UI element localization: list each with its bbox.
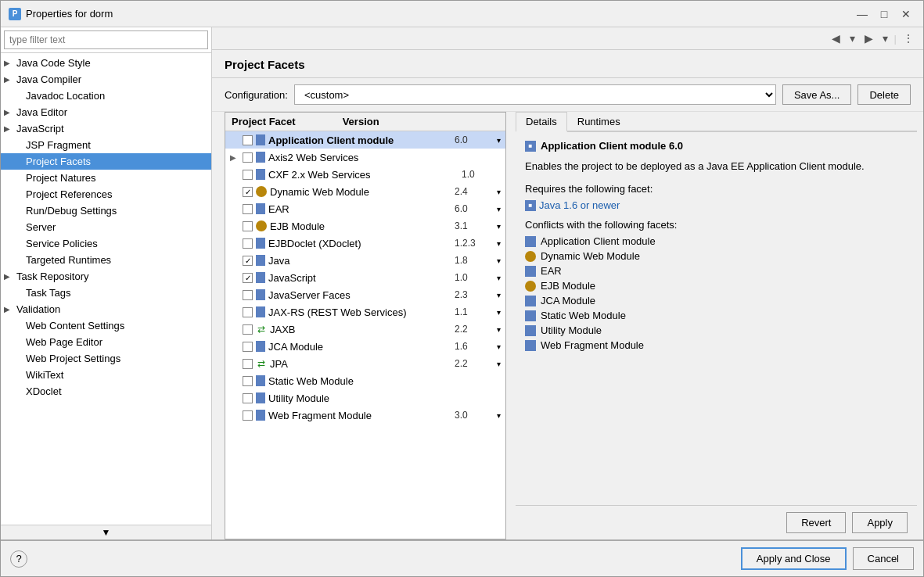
details-tab-details[interactable]: Details [516, 112, 567, 132]
sidebar-item-wikitext[interactable]: WikiText [1, 367, 211, 383]
sidebar-item-xdoclet[interactable]: XDoclet [1, 383, 211, 400]
cancel-button[interactable]: Cancel [853, 547, 914, 570]
config-select[interactable]: <custom> [294, 84, 776, 105]
facet-checkbox[interactable] [243, 135, 253, 145]
facet-checkbox[interactable] [243, 170, 253, 180]
facet-version-dropdown-icon[interactable]: ▾ [497, 136, 501, 145]
facet-version-dropdown-icon[interactable]: ▾ [497, 222, 501, 231]
facet-row[interactable]: EJB Module3.1▾ [225, 217, 505, 235]
facet-row[interactable]: Static Web Module [225, 372, 505, 389]
config-label: Configuration: [225, 89, 288, 101]
facet-checkbox[interactable] [243, 376, 253, 386]
facet-checkbox[interactable] [243, 204, 253, 214]
facet-checkbox[interactable]: ✓ [243, 256, 253, 266]
facet-row[interactable]: Web Fragment Module3.0▾ [225, 407, 505, 424]
requires-link[interactable]: ■ Java 1.6 or newer [525, 199, 908, 211]
facet-checkbox[interactable] [243, 410, 253, 421]
facet-version-dropdown-icon[interactable]: ▾ [497, 325, 501, 334]
facet-version-dropdown-icon[interactable]: ▾ [497, 360, 501, 368]
maximize-button[interactable]: □ [875, 5, 893, 23]
sidebar-item-project-facets[interactable]: Project Facets [1, 153, 211, 170]
save-as-button[interactable]: Save As... [782, 84, 852, 105]
sidebar-item-web-page-editor[interactable]: Web Page Editor [1, 334, 211, 350]
facet-version-dropdown-icon[interactable]: ▾ [497, 239, 501, 248]
facet-version-dropdown-icon[interactable]: ▾ [497, 205, 501, 213]
sidebar-item-server[interactable]: Server [1, 219, 211, 235]
facet-row[interactable]: JavaServer Faces2.3▾ [225, 286, 505, 303]
menu-button[interactable]: ⋮ [900, 30, 917, 46]
facet-version-dropdown-icon[interactable]: ▾ [497, 342, 501, 351]
minimize-button[interactable]: — [853, 5, 872, 23]
facet-row[interactable]: ⇄JPA2.2▾ [225, 355, 505, 372]
forward-button[interactable]: ▶ [861, 30, 876, 46]
sidebar-item-java-code-style[interactable]: ▶Java Code Style [1, 55, 211, 71]
facet-row[interactable]: ✓Dynamic Web Module2.4▾ [225, 183, 505, 200]
facet-checkbox[interactable] [243, 342, 253, 352]
apply-button[interactable]: Apply [852, 512, 908, 533]
sidebar-scroll-down[interactable]: ▼ [1, 525, 211, 539]
facet-checkbox[interactable] [243, 359, 253, 369]
sidebar-item-jsp-fragment[interactable]: JSP Fragment [1, 137, 211, 153]
facet-row[interactable]: Application Client module6.0▾ [225, 131, 505, 149]
facet-row[interactable]: ✓JavaScript1.0▾ [225, 269, 505, 286]
facet-version-dropdown-icon[interactable]: ▾ [497, 291, 501, 299]
facet-row[interactable]: JCA Module1.6▾ [225, 338, 505, 355]
apply-close-button[interactable]: Apply and Close [741, 547, 847, 570]
facet-checkbox[interactable] [243, 238, 253, 249]
close-button[interactable]: ✕ [897, 5, 915, 23]
sidebar-item-targeted-runtimes[interactable]: Targeted Runtimes [1, 252, 211, 268]
sidebar-item-run/debug-settings[interactable]: Run/Debug Settings [1, 202, 211, 219]
facet-row[interactable]: Utility Module [225, 389, 505, 407]
facet-checkbox[interactable] [243, 290, 253, 300]
help-button[interactable]: ? [10, 550, 27, 568]
facet-checkbox[interactable] [243, 221, 253, 231]
properties-window: P Properties for dorm — □ ✕ ▶Java Code S… [0, 0, 924, 577]
sidebar-item-java-compiler[interactable]: ▶Java Compiler [1, 71, 211, 88]
sidebar-item-project-natures[interactable]: Project Natures [1, 170, 211, 186]
facet-row[interactable]: JAX-RS (REST Web Services)1.1▾ [225, 303, 505, 321]
sidebar-item-task-repository[interactable]: ▶Task Repository [1, 268, 211, 285]
sidebar-item-validation[interactable]: ▶Validation [1, 301, 211, 317]
back-dropdown-button[interactable]: ▾ [847, 30, 858, 46]
sidebar-item-javadoc-location[interactable]: Javadoc Location [1, 88, 211, 104]
facet-checkbox[interactable] [243, 324, 253, 335]
revert-button[interactable]: Revert [786, 512, 846, 533]
facet-row[interactable]: ▶Axis2 Web Services [225, 149, 505, 166]
facet-checkbox[interactable]: ✓ [243, 187, 253, 197]
sidebar-item-web-content-settings[interactable]: Web Content Settings [1, 317, 211, 334]
facet-version-dropdown-icon[interactable]: ▾ [497, 256, 501, 265]
facet-name-label: JAX-RS (REST Web Services) [268, 306, 451, 318]
details-tab-runtimes[interactable]: Runtimes [567, 112, 631, 131]
search-input[interactable] [4, 30, 208, 49]
facet-checkbox[interactable] [243, 393, 253, 403]
sidebar-item-java-editor[interactable]: ▶Java Editor [1, 104, 211, 120]
facet-row[interactable]: CXF 2.x Web Services1.0 [225, 166, 505, 183]
delete-button[interactable]: Delete [857, 84, 911, 105]
forward-dropdown-button[interactable]: ▾ [879, 30, 891, 46]
facet-checkbox[interactable] [243, 152, 253, 163]
facet-version-dropdown-icon[interactable]: ▾ [497, 411, 501, 420]
sidebar-item-label: Web Content Settings [26, 320, 124, 332]
nav-area: ◀ ▾ ▶ ▾ | ⋮ [212, 27, 923, 50]
sidebar-item-javascript[interactable]: ▶JavaScript [1, 120, 211, 137]
facet-expand-icon: ▶ [230, 153, 239, 162]
facet-version-dropdown-icon[interactable]: ▾ [497, 274, 501, 282]
sidebar-item-web-project-settings[interactable]: Web Project Settings [1, 350, 211, 367]
facet-row[interactable]: ⇄JAXB2.2▾ [225, 321, 505, 338]
back-button[interactable]: ◀ [829, 30, 843, 46]
sidebar-item-service-policies[interactable]: Service Policies [1, 235, 211, 252]
facet-checkbox[interactable]: ✓ [243, 273, 253, 283]
facet-row[interactable]: EJBDoclet (XDoclet)1.2.3▾ [225, 235, 505, 252]
facet-version-label: 1.8 [455, 255, 494, 266]
facet-row[interactable]: EAR6.0▾ [225, 200, 505, 217]
facet-checkbox[interactable] [243, 307, 253, 317]
facet-row[interactable]: ✓Java1.8▾ [225, 252, 505, 269]
facet-version-dropdown-icon[interactable]: ▾ [497, 188, 501, 196]
facet-name-label: EAR [268, 203, 451, 215]
sidebar-item-task-tags[interactable]: Task Tags [1, 285, 211, 301]
facets-panel: Project Facet Version Application Client… [225, 112, 506, 539]
facet-version-dropdown-icon[interactable]: ▾ [497, 308, 501, 317]
main-content: ▶Java Code Style▶Java CompilerJavadoc Lo… [1, 27, 923, 539]
doc-icon [256, 255, 265, 266]
sidebar-item-project-references[interactable]: Project References [1, 186, 211, 202]
